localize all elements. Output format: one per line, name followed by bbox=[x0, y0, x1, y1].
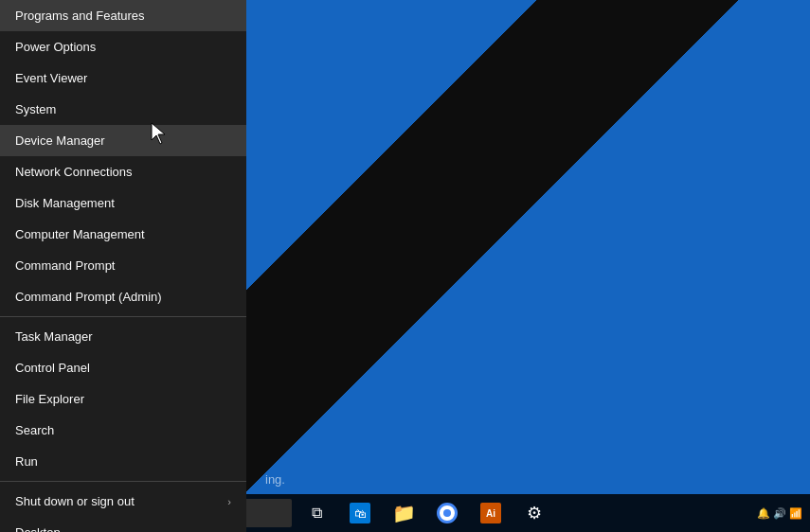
menu-item-event-viewer[interactable]: Event Viewer bbox=[0, 62, 246, 94]
submenu-arrow-icon: › bbox=[227, 496, 231, 507]
menu-item-label: Disk Management bbox=[15, 196, 115, 210]
files-button[interactable]: 📁 bbox=[383, 494, 424, 532]
store-button[interactable]: 🛍 bbox=[339, 494, 381, 532]
task-view-button[interactable]: ⧉ bbox=[296, 494, 337, 532]
menu-item-label: Power Options bbox=[15, 40, 96, 54]
menu-item-power-options[interactable]: Power Options bbox=[0, 31, 246, 62]
settings-button[interactable]: ⚙ bbox=[513, 494, 555, 532]
menu-item-label: File Explorer bbox=[15, 392, 84, 406]
menu-item-control-panel[interactable]: Control Panel bbox=[0, 352, 246, 383]
menu-item-desktop[interactable]: Desktop bbox=[0, 517, 246, 532]
menu-item-label: Control Panel bbox=[15, 361, 90, 375]
menu-item-device-manager[interactable]: Device Manager bbox=[0, 125, 246, 156]
menu-item-label: Computer Management bbox=[15, 227, 145, 241]
taskbar-apps: ⧉ 🛍 📁 Ai ⚙ bbox=[296, 494, 555, 532]
menu-item-label: Desktop bbox=[15, 525, 61, 532]
context-menu: Programs and FeaturesPower OptionsEvent … bbox=[0, 0, 246, 532]
menu-item-label: Task Manager bbox=[15, 329, 93, 344]
menu-item-network-connections[interactable]: Network Connections bbox=[0, 156, 246, 187]
menu-item-label: Event Viewer bbox=[15, 71, 87, 85]
menu-item-label: Search bbox=[15, 423, 54, 437]
menu-item-label: Command Prompt bbox=[15, 258, 115, 273]
store-icon: 🛍 bbox=[350, 503, 370, 523]
menu-item-command-prompt-admin[interactable]: Command Prompt (Admin) bbox=[0, 281, 246, 312]
illustrator-icon: Ai bbox=[480, 503, 501, 523]
chrome-button[interactable] bbox=[426, 494, 468, 532]
system-tray: 🔔 🔊 📶 bbox=[757, 507, 810, 520]
menu-item-label: Run bbox=[15, 454, 38, 469]
settings-gear-icon: ⚙ bbox=[527, 503, 542, 523]
menu-item-label: Shut down or sign out bbox=[15, 494, 135, 508]
tray-icons: 🔔 🔊 📶 bbox=[757, 507, 802, 520]
menu-item-task-manager[interactable]: Task Manager bbox=[0, 321, 246, 352]
menu-item-label: Command Prompt (Admin) bbox=[15, 290, 162, 304]
menu-item-disk-management[interactable]: Disk Management bbox=[0, 187, 246, 219]
menu-divider bbox=[0, 316, 246, 317]
menu-item-system[interactable]: System bbox=[0, 94, 246, 125]
desktop-partial-text: ing. bbox=[265, 472, 285, 487]
menu-item-computer-management[interactable]: Computer Management bbox=[0, 219, 246, 250]
menu-item-label: Device Manager bbox=[15, 133, 105, 148]
files-icon: 📁 bbox=[392, 502, 416, 524]
menu-item-command-prompt[interactable]: Command Prompt bbox=[0, 250, 246, 281]
illustrator-button[interactable]: Ai bbox=[470, 494, 512, 532]
menu-item-label: Programs and Features bbox=[15, 9, 145, 23]
menu-item-label: System bbox=[15, 102, 56, 116]
menu-item-shut-down[interactable]: Shut down or sign out› bbox=[0, 486, 246, 517]
chrome-icon bbox=[437, 503, 458, 523]
task-view-icon: ⧉ bbox=[312, 505, 322, 522]
menu-item-run[interactable]: Run bbox=[0, 446, 246, 477]
menu-item-programs-features[interactable]: Programs and Features bbox=[0, 0, 246, 31]
menu-item-file-explorer[interactable]: File Explorer bbox=[0, 383, 246, 415]
menu-item-label: Network Connections bbox=[15, 165, 133, 179]
menu-divider bbox=[0, 481, 246, 482]
menu-item-search[interactable]: Search bbox=[0, 415, 246, 446]
